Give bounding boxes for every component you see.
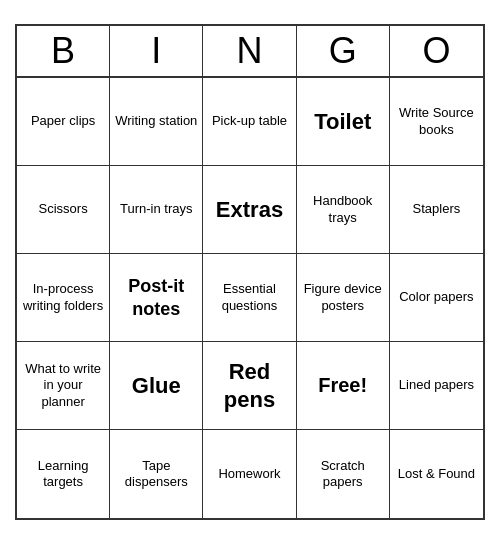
bingo-header-letter: N (203, 26, 296, 76)
bingo-cell: Paper clips (17, 78, 110, 166)
bingo-cell: Toilet (297, 78, 390, 166)
bingo-cell: Tape dispensers (110, 430, 203, 518)
bingo-cell: In-process writing folders (17, 254, 110, 342)
bingo-cell: Essential questions (203, 254, 296, 342)
bingo-cell: Lost & Found (390, 430, 483, 518)
bingo-header: BINGO (17, 26, 483, 78)
bingo-cell: Glue (110, 342, 203, 430)
bingo-cell: Scratch papers (297, 430, 390, 518)
bingo-cell: Homework (203, 430, 296, 518)
bingo-cell: Red pens (203, 342, 296, 430)
bingo-cell: Lined papers (390, 342, 483, 430)
bingo-cell: Scissors (17, 166, 110, 254)
bingo-cell: Post-it notes (110, 254, 203, 342)
bingo-grid: Paper clipsWriting stationPick-up tableT… (17, 78, 483, 518)
bingo-cell: Handbook trays (297, 166, 390, 254)
bingo-header-letter: B (17, 26, 110, 76)
bingo-cell: Writing station (110, 78, 203, 166)
bingo-cell: Learning targets (17, 430, 110, 518)
bingo-card: BINGO Paper clipsWriting stationPick-up … (15, 24, 485, 520)
bingo-cell: Write Source books (390, 78, 483, 166)
bingo-cell: Pick-up table (203, 78, 296, 166)
bingo-header-letter: I (110, 26, 203, 76)
bingo-header-letter: O (390, 26, 483, 76)
bingo-cell: What to write in your planner (17, 342, 110, 430)
bingo-header-letter: G (297, 26, 390, 76)
bingo-cell: Turn-in trays (110, 166, 203, 254)
bingo-cell: Color papers (390, 254, 483, 342)
bingo-cell: Staplers (390, 166, 483, 254)
bingo-cell: Free! (297, 342, 390, 430)
bingo-cell: Figure device posters (297, 254, 390, 342)
bingo-cell: Extras (203, 166, 296, 254)
